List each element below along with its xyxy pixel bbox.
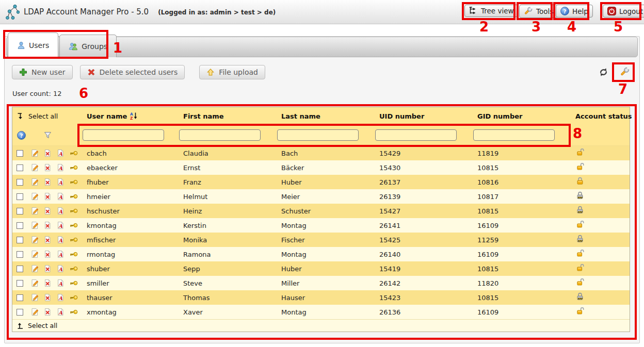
change-password-icon[interactable] — [69, 294, 78, 301]
select-all-bottom[interactable]: Select all — [12, 319, 630, 332]
filter-input-first-name[interactable] — [179, 129, 261, 141]
cell-user-name[interactable]: kmontag — [83, 222, 179, 229]
new-user-button[interactable]: New user — [12, 65, 73, 79]
cell-user-name[interactable]: mfischer — [83, 236, 179, 244]
edit-user-icon[interactable] — [30, 149, 39, 157]
row-checkbox[interactable] — [17, 193, 23, 200]
cell-user-name[interactable]: rmontag — [83, 251, 179, 258]
cell-user-name[interactable]: smiller — [83, 279, 179, 287]
row-checkbox[interactable] — [17, 222, 23, 229]
pdf-export-icon[interactable]: A — [56, 236, 65, 244]
edit-user-icon[interactable] — [30, 250, 39, 258]
pdf-export-icon[interactable]: A — [56, 192, 65, 201]
column-header-first-name[interactable]: First name — [179, 112, 277, 120]
change-password-icon[interactable] — [69, 266, 78, 272]
cell-user-name[interactable]: shuber — [83, 265, 179, 273]
delete-user-icon[interactable] — [43, 308, 52, 316]
pdf-export-icon[interactable]: A — [56, 221, 65, 229]
delete-user-icon[interactable] — [43, 293, 52, 302]
change-password-icon[interactable] — [69, 237, 78, 243]
row-checkbox[interactable] — [17, 237, 23, 243]
refresh-icon[interactable] — [599, 68, 608, 77]
edit-user-icon[interactable] — [30, 293, 39, 302]
delete-user-icon[interactable] — [43, 221, 52, 229]
row-checkbox[interactable] — [17, 179, 23, 186]
row-checkbox[interactable] — [17, 266, 23, 272]
delete-user-icon[interactable] — [43, 236, 52, 244]
filter-input-uid-number[interactable] — [375, 129, 457, 141]
change-password-icon[interactable] — [69, 280, 78, 286]
cell-user-name[interactable]: cbach — [83, 150, 179, 157]
row-checkbox[interactable] — [17, 251, 23, 258]
toolbar: New user Delete selected users File uplo… — [12, 65, 631, 79]
logout-button[interactable]: Logout — [603, 5, 644, 18]
row-checkbox[interactable] — [17, 309, 23, 316]
tools-button[interactable]: Tools — [519, 5, 558, 18]
row-checkbox[interactable] — [17, 294, 23, 301]
filter-input-last-name[interactable] — [277, 129, 359, 141]
cell-user-name[interactable]: fhuber — [83, 178, 179, 186]
help-button[interactable]: ? Help — [556, 5, 593, 18]
delete-user-icon[interactable] — [43, 163, 52, 172]
filter-funnel-icon[interactable] — [43, 131, 52, 139]
cell-user-name[interactable]: hschuster — [83, 207, 179, 215]
pdf-export-icon[interactable]: A — [56, 308, 65, 316]
column-header-last-name[interactable]: Last name — [277, 112, 375, 120]
column-header-gid-number[interactable]: GID number — [473, 112, 571, 120]
edit-user-icon[interactable] — [30, 236, 39, 244]
file-upload-button[interactable]: File upload — [199, 65, 265, 79]
pdf-export-icon[interactable]: A — [56, 279, 65, 287]
sort-az-icon[interactable]: AZ — [130, 112, 138, 120]
edit-user-icon[interactable] — [30, 279, 39, 287]
change-password-icon[interactable] — [69, 164, 78, 171]
edit-user-icon[interactable] — [30, 178, 39, 186]
pdf-export-icon[interactable]: A — [56, 265, 65, 273]
edit-user-icon[interactable] — [30, 265, 39, 273]
edit-user-icon[interactable] — [30, 308, 39, 316]
edit-user-icon[interactable] — [30, 163, 39, 172]
delete-user-icon[interactable] — [43, 178, 52, 186]
change-password-icon[interactable] — [69, 222, 78, 228]
select-all-top[interactable]: Select all — [12, 112, 83, 120]
filter-help-icon[interactable]: ? — [17, 131, 26, 140]
settings-wrench-icon[interactable] — [620, 67, 630, 77]
pdf-export-icon[interactable]: A — [56, 178, 65, 186]
pdf-export-icon[interactable]: A — [56, 163, 65, 172]
row-checkbox[interactable] — [17, 208, 23, 214]
delete-user-icon[interactable] — [43, 279, 52, 287]
cell-user-name[interactable]: xmontag — [83, 308, 179, 316]
filter-input-user-name[interactable] — [83, 129, 164, 141]
tab-groups[interactable]: Groups — [59, 35, 117, 57]
cell-user-name[interactable]: thauser — [83, 294, 179, 302]
change-password-icon[interactable] — [69, 208, 78, 214]
tab-users[interactable]: Users — [8, 32, 58, 57]
row-checkbox[interactable] — [17, 150, 23, 157]
edit-user-icon[interactable] — [30, 192, 39, 201]
change-password-icon[interactable] — [69, 251, 78, 257]
change-password-icon[interactable] — [69, 179, 78, 185]
delete-user-icon[interactable] — [43, 207, 52, 215]
pdf-export-icon[interactable]: A — [56, 149, 65, 157]
pdf-export-icon[interactable]: A — [56, 207, 65, 215]
row-checkbox[interactable] — [17, 164, 23, 171]
cell-uid-number: 26142 — [375, 279, 473, 287]
row-checkbox[interactable] — [17, 280, 23, 287]
cell-user-name[interactable]: hmeier — [83, 193, 179, 201]
delete-user-icon[interactable] — [43, 149, 52, 157]
column-header-uid-number[interactable]: UID number — [375, 112, 473, 120]
edit-user-icon[interactable] — [30, 207, 39, 215]
cell-user-name[interactable]: ebaecker — [83, 164, 179, 172]
delete-user-icon[interactable] — [43, 192, 52, 201]
filter-input-gid-number[interactable] — [473, 129, 555, 141]
change-password-icon[interactable] — [69, 309, 78, 315]
tree-view-button[interactable]: Tree view — [464, 5, 519, 17]
change-password-icon[interactable] — [69, 193, 78, 200]
delete-user-icon[interactable] — [43, 265, 52, 273]
delete-user-icon[interactable] — [43, 250, 52, 258]
column-header-user-name[interactable]: User nameAZ — [83, 112, 179, 120]
edit-user-icon[interactable] — [30, 221, 39, 229]
delete-selected-users-button[interactable]: Delete selected users — [80, 65, 185, 79]
pdf-export-icon[interactable]: A — [56, 293, 65, 302]
pdf-export-icon[interactable]: A — [56, 250, 65, 258]
change-password-icon[interactable] — [69, 150, 78, 156]
